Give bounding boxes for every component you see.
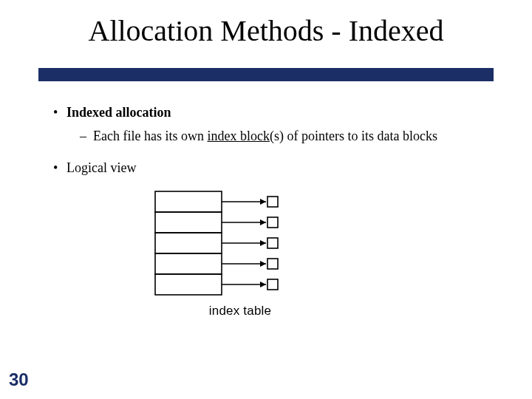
bullet-dot-icon: • (53, 103, 66, 121)
index-table-diagram: index table (148, 188, 332, 321)
subbullet-text-prefix: Each file has its own (93, 129, 207, 143)
svg-rect-19 (267, 279, 278, 290)
svg-rect-4 (155, 274, 222, 295)
svg-rect-10 (267, 217, 278, 228)
svg-marker-12 (260, 240, 266, 246)
slide: Allocation Methods - Indexed •Indexed al… (0, 0, 532, 399)
svg-rect-16 (267, 259, 278, 269)
bullet-logical-view: •Logical view (53, 159, 502, 177)
bullet-dash-icon: – (80, 127, 93, 145)
svg-rect-0 (155, 191, 222, 212)
page-number: 30 (9, 369, 29, 390)
svg-rect-7 (267, 197, 278, 207)
slide-title: Allocation Methods - Indexed (0, 13, 532, 48)
bullet-label: Indexed allocation (66, 105, 171, 120)
subbullet-text-suffix: (s) of pointers to its data blocks (270, 129, 437, 143)
content-area: •Indexed allocation –Each file has its o… (53, 103, 502, 177)
index-table-svg (148, 188, 332, 302)
svg-marker-9 (260, 219, 266, 225)
svg-marker-6 (260, 199, 266, 205)
bullet-indexed-allocation: •Indexed allocation (53, 103, 502, 121)
diagram-caption: index table (148, 304, 332, 318)
subbullet-index-block: –Each file has its own index block(s) of… (80, 127, 502, 145)
bullet-label: Logical view (66, 160, 136, 175)
svg-rect-1 (155, 212, 222, 233)
svg-rect-13 (267, 238, 278, 248)
bullet-dot-icon: • (53, 159, 66, 177)
svg-rect-3 (155, 253, 222, 274)
title-underline-bar (38, 68, 494, 81)
subbullet-text-underlined: index block (207, 129, 269, 143)
svg-rect-2 (155, 233, 222, 253)
svg-marker-18 (260, 282, 266, 287)
svg-marker-15 (260, 261, 266, 267)
